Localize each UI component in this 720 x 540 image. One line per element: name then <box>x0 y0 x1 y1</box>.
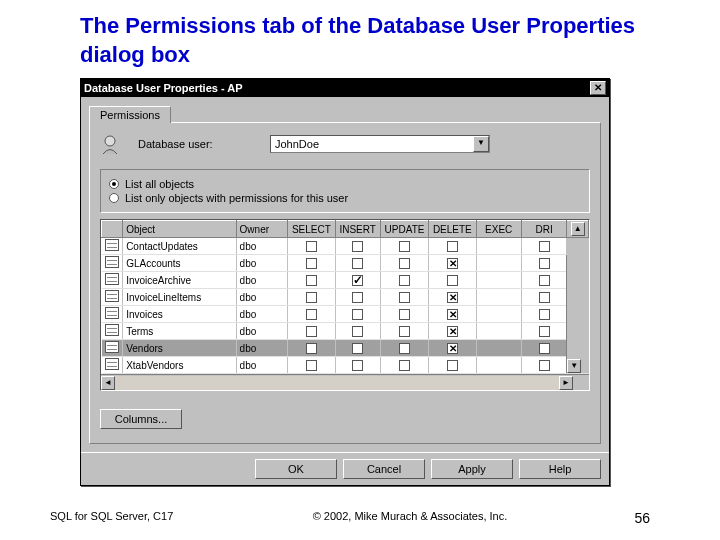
cell-delete[interactable] <box>429 306 476 323</box>
cell-update[interactable] <box>380 357 428 374</box>
table-row[interactable]: XtabVendorsdbo <box>102 357 589 374</box>
cell-delete[interactable] <box>429 289 476 306</box>
scroll-left-icon[interactable]: ◄ <box>101 376 115 390</box>
scrollbar-down[interactable]: ▼ <box>567 359 581 373</box>
checkbox-dri[interactable] <box>539 275 550 286</box>
apply-button[interactable]: Apply <box>431 459 513 479</box>
checkbox-update[interactable] <box>399 275 410 286</box>
checkbox-insert[interactable] <box>352 326 363 337</box>
cell-dri[interactable] <box>521 272 566 289</box>
col-object[interactable]: Object <box>123 221 236 238</box>
checkbox-insert[interactable] <box>352 309 363 320</box>
cell-update[interactable] <box>380 306 428 323</box>
cell-delete[interactable] <box>429 323 476 340</box>
checkbox-delete[interactable] <box>447 343 458 354</box>
cell-delete[interactable] <box>429 340 476 357</box>
cell-select[interactable] <box>288 238 335 255</box>
cell-insert[interactable] <box>335 306 380 323</box>
cell-exec[interactable] <box>476 255 521 272</box>
checkbox-update[interactable] <box>399 292 410 303</box>
permissions-grid[interactable]: Object Owner SELECT INSERT UPDATE DELETE… <box>100 219 590 391</box>
cell-select[interactable] <box>288 255 335 272</box>
checkbox-delete[interactable] <box>447 360 458 371</box>
checkbox-insert[interactable] <box>352 258 363 269</box>
checkbox-delete[interactable] <box>447 326 458 337</box>
col-update[interactable]: UPDATE <box>380 221 428 238</box>
checkbox-update[interactable] <box>399 343 410 354</box>
cell-insert[interactable] <box>335 289 380 306</box>
scrollbar-up[interactable]: ▲ <box>567 221 589 238</box>
horizontal-scrollbar[interactable]: ◄ ► <box>101 374 589 390</box>
cell-update[interactable] <box>380 323 428 340</box>
cell-dri[interactable] <box>521 357 566 374</box>
cell-select[interactable] <box>288 340 335 357</box>
cell-dri[interactable] <box>521 238 566 255</box>
table-row[interactable]: InvoiceLineItemsdbo <box>102 289 589 306</box>
cancel-button[interactable]: Cancel <box>343 459 425 479</box>
radio-list-only[interactable] <box>109 193 119 203</box>
cell-update[interactable] <box>380 340 428 357</box>
close-icon[interactable]: ✕ <box>590 81 606 95</box>
cell-select[interactable] <box>288 272 335 289</box>
col-select[interactable]: SELECT <box>288 221 335 238</box>
checkbox-dri[interactable] <box>539 360 550 371</box>
col-dri[interactable]: DRI <box>521 221 566 238</box>
cell-exec[interactable] <box>476 357 521 374</box>
checkbox-delete[interactable] <box>447 309 458 320</box>
col-delete[interactable]: DELETE <box>429 221 476 238</box>
cell-update[interactable] <box>380 289 428 306</box>
scroll-right-icon[interactable]: ► <box>559 376 573 390</box>
cell-dri[interactable] <box>521 340 566 357</box>
checkbox-delete[interactable] <box>447 241 458 252</box>
cell-insert[interactable] <box>335 323 380 340</box>
checkbox-dri[interactable] <box>539 343 550 354</box>
table-row[interactable]: Termsdbo <box>102 323 589 340</box>
table-row[interactable]: Vendorsdbo <box>102 340 589 357</box>
cell-exec[interactable] <box>476 238 521 255</box>
cell-delete[interactable] <box>429 272 476 289</box>
vertical-scrollbar[interactable]: ▼ <box>567 238 589 374</box>
checkbox-dri[interactable] <box>539 326 550 337</box>
cell-insert[interactable] <box>335 272 380 289</box>
cell-select[interactable] <box>288 289 335 306</box>
tab-permissions[interactable]: Permissions <box>89 106 171 123</box>
cell-exec[interactable] <box>476 289 521 306</box>
checkbox-update[interactable] <box>399 258 410 269</box>
col-insert[interactable]: INSERT <box>335 221 380 238</box>
checkbox-dri[interactable] <box>539 241 550 252</box>
checkbox-select[interactable] <box>306 309 317 320</box>
checkbox-select[interactable] <box>306 343 317 354</box>
columns-button[interactable]: Columns... <box>100 409 182 429</box>
cell-insert[interactable] <box>335 340 380 357</box>
checkbox-select[interactable] <box>306 292 317 303</box>
cell-update[interactable] <box>380 238 428 255</box>
cell-select[interactable] <box>288 357 335 374</box>
scroll-track[interactable] <box>115 376 559 390</box>
checkbox-dri[interactable] <box>539 258 550 269</box>
cell-update[interactable] <box>380 255 428 272</box>
cell-dri[interactable] <box>521 255 566 272</box>
checkbox-insert[interactable] <box>352 360 363 371</box>
cell-insert[interactable] <box>335 255 380 272</box>
cell-dri[interactable] <box>521 323 566 340</box>
cell-insert[interactable] <box>335 357 380 374</box>
help-button[interactable]: Help <box>519 459 601 479</box>
cell-select[interactable] <box>288 306 335 323</box>
table-row[interactable]: InvoiceArchivedbo <box>102 272 589 289</box>
cell-exec[interactable] <box>476 340 521 357</box>
checkbox-dri[interactable] <box>539 292 550 303</box>
cell-select[interactable] <box>288 323 335 340</box>
checkbox-select[interactable] <box>306 275 317 286</box>
ok-button[interactable]: OK <box>255 459 337 479</box>
cell-dri[interactable] <box>521 306 566 323</box>
checkbox-select[interactable] <box>306 258 317 269</box>
col-exec[interactable]: EXEC <box>476 221 521 238</box>
checkbox-delete[interactable] <box>447 292 458 303</box>
cell-exec[interactable] <box>476 323 521 340</box>
checkbox-dri[interactable] <box>539 309 550 320</box>
checkbox-select[interactable] <box>306 360 317 371</box>
table-row[interactable]: Invoicesdbo <box>102 306 589 323</box>
checkbox-update[interactable] <box>399 241 410 252</box>
checkbox-update[interactable] <box>399 360 410 371</box>
table-row[interactable]: ContactUpdatesdbo▼ <box>102 238 589 255</box>
